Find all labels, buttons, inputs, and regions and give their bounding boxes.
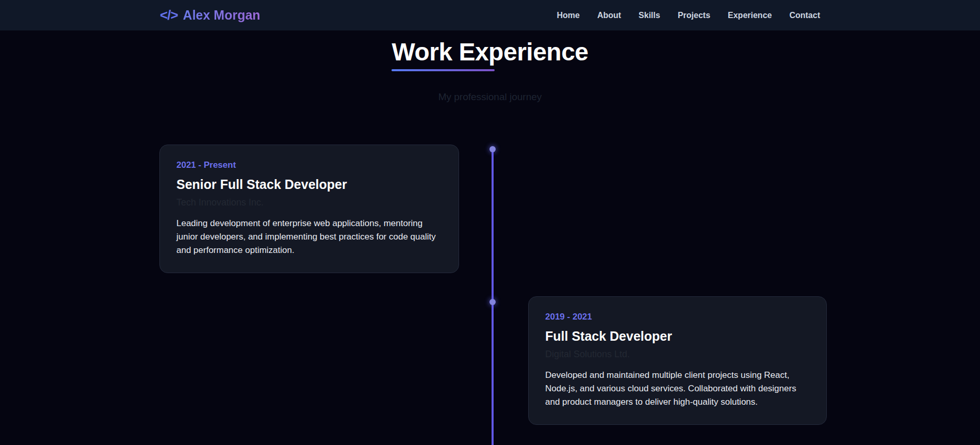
navbar: </> Alex Morgan Home About Skills Projec… [0, 0, 980, 30]
code-icon: </> [160, 7, 178, 23]
main-nav: Home About Skills Projects Experience Co… [557, 11, 820, 20]
brand-logo[interactable]: </> Alex Morgan [160, 7, 260, 23]
experience-card-senior-full-stack: 2021 - Present Senior Full Stack Develop… [159, 145, 459, 273]
experience-company: Digital Solutions Ltd. [545, 348, 810, 360]
nav-link-about[interactable]: About [597, 11, 621, 20]
timeline-line [492, 149, 494, 445]
experience-company: Tech Innovations Inc. [176, 197, 442, 208]
experience-section: Work Experience My professional journey … [0, 30, 980, 445]
experience-description: Leading development of enterprise web ap… [176, 217, 442, 257]
nav-link-skills[interactable]: Skills [639, 11, 660, 20]
experience-role: Full Stack Developer [545, 328, 810, 344]
nav-link-projects[interactable]: Projects [678, 11, 710, 20]
experience-period: 2019 - 2021 [545, 311, 810, 323]
timeline-dot [489, 299, 496, 305]
experience-role: Senior Full Stack Developer [176, 177, 442, 192]
nav-link-home[interactable]: Home [557, 11, 579, 20]
nav-link-experience[interactable]: Experience [728, 11, 772, 20]
section-head: Work Experience My professional journey [0, 30, 980, 104]
timeline: 2021 - Present Senior Full Stack Develop… [155, 145, 825, 445]
page-title: Work Experience [391, 38, 588, 71]
brand-name: Alex Morgan [183, 8, 260, 23]
timeline-dot [489, 146, 496, 152]
experience-card-full-stack: 2019 - 2021 Full Stack Developer Digital… [528, 296, 827, 425]
experience-period: 2021 - Present [176, 160, 442, 171]
section-subtitle: My professional journey [0, 90, 980, 104]
nav-link-contact[interactable]: Contact [789, 11, 820, 20]
experience-description: Developed and maintained multiple client… [545, 369, 810, 409]
navbar-inner: </> Alex Morgan Home About Skills Projec… [160, 7, 820, 23]
